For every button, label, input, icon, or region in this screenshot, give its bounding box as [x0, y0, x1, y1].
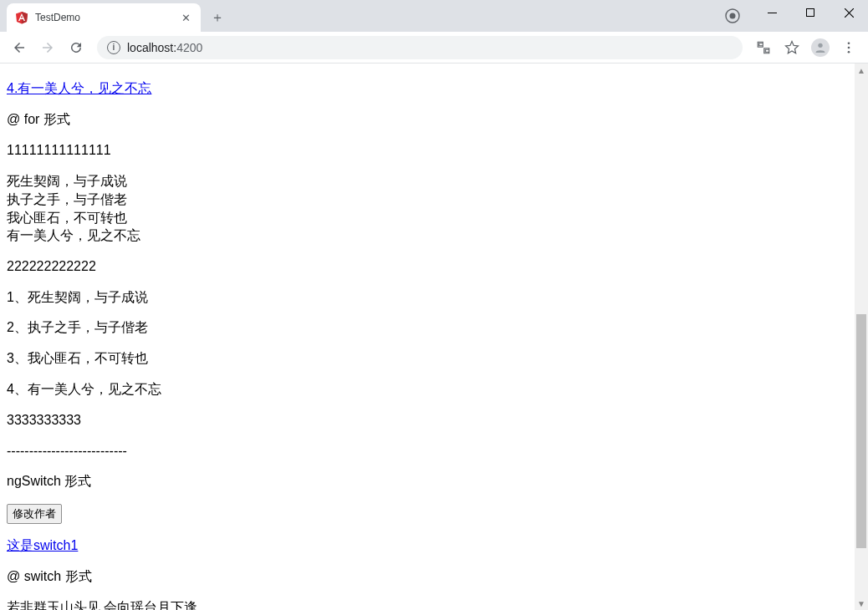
group1-line: 死生契阔，与子成说	[7, 172, 861, 191]
window-controls	[753, 0, 868, 25]
translate-icon[interactable]	[751, 35, 776, 60]
group2-line: 2、执子之手，与子偕老	[7, 319, 861, 337]
svg-point-8	[818, 43, 822, 47]
svg-point-9	[848, 42, 850, 44]
svg-point-11	[848, 50, 850, 53]
tab-close-icon[interactable]: ✕	[179, 11, 192, 24]
titlebar: TestDemo ✕ ＋	[0, 0, 868, 32]
group2-line: 1、死生契阔，与子成说	[7, 289, 861, 307]
scroll-thumb[interactable]	[856, 314, 866, 548]
at-switch-heading: @ switch 形式	[7, 568, 861, 586]
divider-line: ---------------------------	[7, 443, 861, 460]
group1-line: 我心匪石，不可转也	[7, 209, 861, 227]
toolbar: i localhost:4200	[0, 32, 868, 64]
bottom-poem-line: 若非群玉山头见 会向瑶台月下逢	[7, 599, 861, 610]
browser-tab-active[interactable]: TestDemo ✕	[7, 3, 201, 32]
address-bar[interactable]: i localhost:4200	[97, 36, 743, 59]
reload-button[interactable]	[64, 35, 89, 60]
threes-line: 3333333333	[7, 412, 861, 430]
group1: 死生契阔，与子成说 执子之手，与子偕老 我心匪石，不可转也 有一美人兮，见之不忘	[7, 172, 861, 244]
account-chip-icon[interactable]	[724, 8, 741, 24]
angular-favicon	[15, 11, 28, 24]
profile-avatar[interactable]	[808, 35, 833, 60]
page-content: 4.有一美人兮，见之不忘 @ for 形式 11111111111111 死生契…	[0, 64, 868, 610]
viewport: 4.有一美人兮，见之不忘 @ for 形式 11111111111111 死生契…	[0, 64, 868, 610]
back-button[interactable]	[7, 35, 32, 60]
group2-line: 3、我心匪石，不可转也	[7, 350, 861, 368]
twos-line: 222222222222	[7, 258, 861, 276]
bookmark-star-icon[interactable]	[779, 35, 804, 60]
scroll-up-button[interactable]: ▲	[855, 64, 868, 77]
svg-rect-5	[807, 9, 814, 17]
switch-link[interactable]: 这是switch1	[7, 537, 861, 555]
group1-line: 有一美人兮，见之不忘	[7, 226, 861, 245]
ngswitch-heading: ngSwitch 形式	[7, 473, 861, 491]
close-window-button[interactable]	[830, 0, 868, 25]
link-item-4[interactable]: 4.有一美人兮，见之不忘	[7, 80, 861, 98]
site-info-icon[interactable]: i	[107, 41, 120, 54]
group1-line: 执子之手，与子偕老	[7, 191, 861, 209]
kebab-menu-icon[interactable]	[836, 35, 861, 60]
new-tab-button[interactable]: ＋	[206, 6, 229, 29]
forward-button[interactable]	[35, 35, 60, 60]
for-heading: @ for 形式	[7, 111, 861, 129]
minimize-button[interactable]	[753, 0, 791, 25]
group2-line: 4、有一美人兮，见之不忘	[7, 381, 861, 399]
modify-author-button[interactable]: 修改作者	[7, 504, 62, 524]
svg-point-3	[730, 13, 736, 19]
vertical-scrollbar[interactable]: ▲ ▼	[855, 64, 868, 610]
avatar-icon	[811, 38, 830, 57]
svg-point-10	[848, 46, 850, 48]
tab-title: TestDemo	[35, 12, 172, 23]
modify-author-row: 修改作者	[7, 504, 861, 524]
maximize-button[interactable]	[791, 0, 830, 25]
url-text: localhost:4200	[127, 41, 733, 54]
scroll-down-button[interactable]: ▼	[855, 597, 868, 610]
ones-line: 11111111111111	[7, 142, 861, 160]
